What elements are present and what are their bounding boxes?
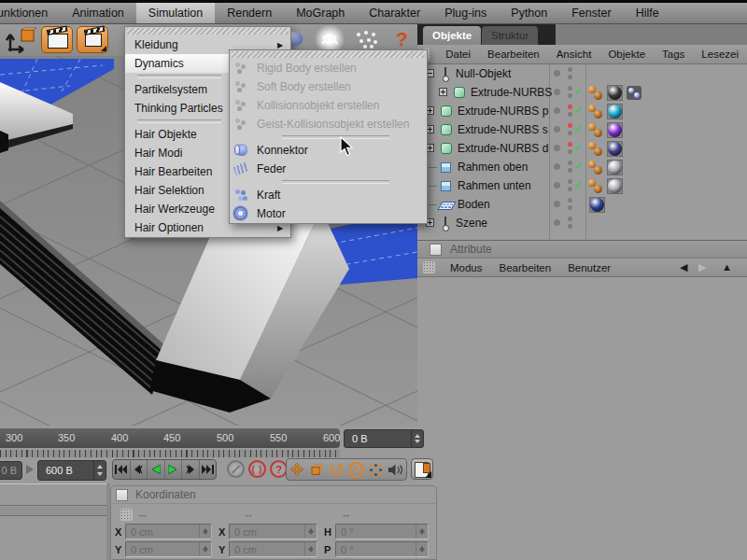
om-menu-datei[interactable]: Datei (437, 49, 479, 60)
material-tag[interactable] (607, 122, 623, 138)
material-manager-strip[interactable] (0, 483, 106, 506)
xpresso-tag-icon[interactable] (627, 86, 641, 100)
object-name[interactable]: Szene (456, 217, 487, 230)
panel-grip[interactable] (423, 261, 435, 273)
object-name[interactable]: Extrude-NURBS d (458, 142, 548, 155)
next-frame-button[interactable] (182, 460, 200, 479)
menubar-item-plugins[interactable]: Plug-ins (432, 3, 499, 23)
menu-item-konnektor[interactable]: Konnektor (230, 141, 427, 160)
layer-dot[interactable] (554, 182, 560, 189)
menu-tearoff-handle[interactable] (127, 28, 289, 35)
render-visibility-dot[interactable] (568, 93, 572, 98)
start-frame-field-clipped[interactable]: 0 B (0, 461, 22, 480)
tab-objekte[interactable]: Objekte (423, 26, 481, 45)
spinner-arrows-icon[interactable] (304, 525, 317, 539)
coord-field-x1[interactable]: 0 cm (125, 524, 212, 539)
render-visibility-dot[interactable] (568, 75, 572, 79)
dynamics-body-tag-icon[interactable] (588, 122, 604, 138)
enabled-check-icon[interactable]: ✓ (573, 178, 583, 191)
coord-field-h[interactable]: 0 ° (335, 524, 429, 539)
material-manager-strip[interactable] (0, 507, 106, 516)
menubar-item-mograph[interactable]: MoGraph (284, 3, 357, 23)
menubar-item-hilfe[interactable]: Hilfe (624, 3, 671, 23)
menu-item-feder[interactable]: Feder (230, 160, 427, 178)
menubar-item-fenster[interactable]: Fenster (559, 3, 623, 23)
dynamics-body-tag-icon[interactable] (588, 141, 604, 157)
editor-visibility-dot-red[interactable] (568, 105, 572, 109)
coord-field-y2[interactable]: 0 cm (229, 541, 317, 557)
om-menu-bearbeiten[interactable]: Bearbeiten (479, 49, 548, 60)
object-name[interactable]: Rahmen oben (458, 161, 528, 174)
editor-visibility-dot-red[interactable] (568, 123, 572, 128)
material-tag[interactable] (607, 85, 623, 101)
material-tag[interactable] (607, 160, 623, 175)
om-menu-tags[interactable]: Tags (654, 49, 693, 60)
render-settings-button[interactable] (77, 26, 108, 53)
enabled-check-icon[interactable]: ✓ (573, 160, 583, 173)
material-manager-area[interactable] (0, 517, 106, 560)
material-tag[interactable] (607, 178, 623, 194)
expand-expander-icon[interactable] (439, 88, 447, 96)
layer-dot[interactable] (554, 163, 560, 170)
object-name[interactable]: Extrude-NURBS (471, 86, 552, 99)
panel-grip[interactable] (120, 509, 133, 521)
parent-up-icon[interactable]: ▲ (722, 261, 732, 273)
record-disabled-button[interactable] (227, 460, 245, 478)
mini-play-icon[interactable] (26, 465, 34, 474)
menubar-item-funktionen[interactable]: unktionen (0, 3, 60, 23)
object-name[interactable]: Null-Objekt (456, 67, 511, 80)
menubar-item-python[interactable]: Python (499, 3, 559, 23)
object-name[interactable]: Extrude-NURBS p (458, 105, 548, 118)
render-visibility-dot[interactable] (568, 131, 572, 135)
material-tag[interactable] (589, 197, 605, 213)
play-backward-button[interactable] (148, 460, 165, 479)
object-row-extrude-nurbs[interactable]: Extrude-NURBS ✓ (417, 83, 747, 102)
om-menu-lesezeichen[interactable]: Lesezei (693, 49, 747, 60)
enabled-check-icon[interactable]: ✓ (573, 104, 583, 117)
project-settings-icon[interactable] (411, 458, 433, 480)
editor-visibility-dot[interactable] (568, 198, 572, 203)
object-row-extrude-nurbs-d[interactable]: Extrude-NURBS d ✓ (417, 139, 747, 158)
menu-item-motor[interactable]: Motor (230, 204, 427, 223)
render-visibility-dot[interactable] (568, 224, 572, 229)
render-visibility-dot[interactable] (568, 149, 572, 154)
menubar-item-simulation[interactable]: Simulation (136, 3, 215, 23)
timeline-tickmarks[interactable] (0, 450, 340, 457)
editor-visibility-dot[interactable] (568, 179, 572, 184)
object-row-rahmen-oben[interactable]: Rahmen oben ✓ (417, 158, 747, 176)
render-view-button[interactable] (41, 26, 73, 53)
coord-field-p[interactable]: 0 ° (335, 541, 429, 557)
material-tag[interactable] (607, 104, 623, 119)
coord-field-y1[interactable]: 0 cm (125, 541, 212, 557)
dynamics-body-tag-icon[interactable] (588, 104, 604, 119)
object-name[interactable]: Rahmen unten (458, 179, 531, 192)
render-visibility-dot[interactable] (568, 205, 572, 210)
layer-dot[interactable] (554, 145, 560, 151)
layer-dot[interactable] (554, 89, 560, 95)
am-menu-bearbeiten[interactable]: Bearbeiten (491, 262, 560, 273)
menubar-item-animation[interactable]: Animation (60, 3, 136, 23)
spinner-arrows-icon[interactable] (93, 461, 106, 480)
keying-selection-icon[interactable] (369, 463, 383, 477)
spinner-arrows-icon[interactable] (416, 525, 428, 539)
object-row-szene[interactable]: Szene (417, 214, 747, 232)
goto-end-button[interactable] (200, 460, 217, 479)
am-menu-modus[interactable]: Modus (442, 262, 491, 273)
editor-visibility-dot[interactable] (568, 217, 572, 221)
menubar-item-charakter[interactable]: Charakter (357, 3, 432, 23)
am-menu-benutzer[interactable]: Benutzer (559, 262, 619, 273)
play-forward-button[interactable] (165, 460, 183, 479)
object-row-null-objekt[interactable]: Null-Objekt (417, 64, 747, 83)
dynamics-body-tag-icon[interactable] (588, 178, 604, 194)
goto-start-button[interactable] (113, 460, 131, 479)
spinner-arrows-icon[interactable] (199, 525, 211, 539)
spinner-arrows-icon[interactable] (416, 542, 428, 556)
layer-dot[interactable] (554, 201, 560, 207)
om-menu-ansicht[interactable]: Ansicht (548, 49, 600, 60)
object-name[interactable]: Extrude-NURBS s (458, 123, 548, 136)
coord-field-x2[interactable]: 0 cm (229, 524, 317, 539)
object-row-extrude-nurbs-s[interactable]: Extrude-NURBS s ✓ (417, 120, 747, 139)
editor-visibility-dot[interactable] (568, 161, 572, 165)
editor-visibility-dot-red[interactable] (568, 142, 572, 147)
object-row-rahmen-unten[interactable]: Rahmen unten ✓ (417, 176, 747, 195)
